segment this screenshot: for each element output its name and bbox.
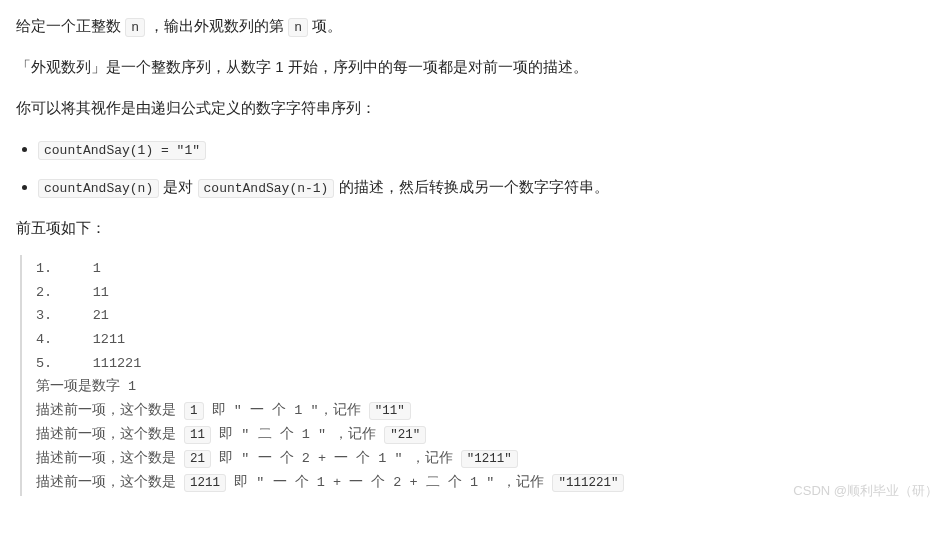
code-result: "111221"	[552, 474, 624, 492]
paragraph-intro-3: 你可以将其视作是由递归公式定义的数字字符串序列：	[16, 94, 934, 121]
code-result: "11"	[369, 402, 411, 420]
text: 的描述，然后转换成另一个数字字符串。	[334, 178, 608, 195]
list-item: countAndSay(n) 是对 countAndSay(n-1) 的描述，然…	[38, 173, 934, 200]
example-block: 1. 1 2. 11 3. 21 4. 1211 5. 111221 第一项是数…	[20, 255, 934, 496]
desc-line: 描述前一项，这个数是 1 即 " 一 个 1 "，记作 "11"	[36, 403, 411, 418]
seq-line: 2. 11	[36, 285, 109, 300]
code-recursive: countAndSay(n)	[38, 179, 159, 198]
desc-line: 描述前一项，这个数是 1211 即 " 一 个 1 + 一 个 2 + 二 个 …	[36, 475, 624, 490]
text: 给定一个正整数	[16, 17, 125, 34]
paragraph-example-heading: 前五项如下：	[16, 214, 934, 241]
desc-line: 描述前一项，这个数是 11 即 " 二 个 1 " ，记作 "21"	[36, 427, 426, 442]
text: ，输出外观数列的第	[145, 17, 288, 34]
code-base-case: countAndSay(1) = "1"	[38, 141, 206, 160]
paragraph-intro-1: 给定一个正整数 n ，输出外观数列的第 n 项。	[16, 12, 934, 39]
paragraph-intro-2: 「外观数列」是一个整数序列，从数字 1 开始，序列中的每一项都是对前一项的描述。	[16, 53, 934, 80]
code-result: "1211"	[461, 450, 518, 468]
text: 项。	[308, 17, 342, 34]
seq-line: 4. 1211	[36, 332, 125, 347]
seq-line: 5. 111221	[36, 356, 141, 371]
code-n: n	[288, 18, 308, 37]
code-num: 21	[184, 450, 211, 468]
code-recursive-prev: countAndSay(n-1)	[198, 179, 335, 198]
list-item: countAndSay(1) = "1"	[38, 135, 934, 162]
code-n: n	[125, 18, 145, 37]
seq-line: 3. 21	[36, 308, 109, 323]
text: 是对	[159, 178, 197, 195]
code-result: "21"	[384, 426, 426, 444]
desc-line: 描述前一项，这个数是 21 即 " 一 个 2 + 一 个 1 " ，记作 "1…	[36, 451, 518, 466]
code-num: 1	[184, 402, 204, 420]
code-num: 11	[184, 426, 211, 444]
definition-list: countAndSay(1) = "1" countAndSay(n) 是对 c…	[16, 135, 934, 200]
seq-line: 1. 1	[36, 261, 101, 276]
desc-line: 第一项是数字 1	[36, 379, 136, 394]
code-num: 1211	[184, 474, 226, 492]
